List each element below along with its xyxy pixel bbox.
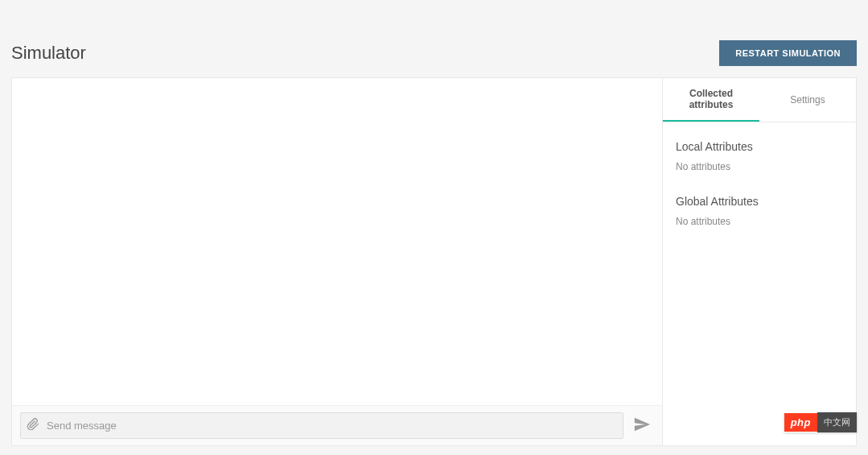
chat-input-wrap — [20, 412, 623, 439]
chat-input-row — [12, 405, 662, 445]
restart-simulation-button[interactable]: RESTART SIMULATION — [719, 40, 857, 66]
page-title: Simulator — [11, 43, 86, 64]
send-button[interactable] — [630, 412, 654, 439]
main-panel: Collected attributes Settings Local Attr… — [11, 77, 857, 446]
global-attributes-title: Global Attributes — [676, 195, 843, 208]
local-attributes-empty: No attributes — [676, 161, 843, 172]
header: Simulator RESTART SIMULATION — [11, 11, 857, 66]
badge-text-cn: 中文网 — [817, 412, 857, 432]
send-icon — [633, 416, 651, 436]
local-attributes-title: Local Attributes — [676, 140, 843, 153]
side-panel: Collected attributes Settings Local Attr… — [663, 78, 856, 445]
chat-messages — [12, 78, 662, 405]
simulator-container: Simulator RESTART SIMULATION — [0, 0, 868, 455]
tab-collected-attributes[interactable]: Collected attributes — [663, 78, 759, 122]
message-input[interactable] — [20, 412, 623, 439]
tab-settings[interactable]: Settings — [759, 78, 856, 122]
tab-content: Local Attributes No attributes Global At… — [663, 122, 856, 267]
global-attributes-empty: No attributes — [676, 216, 843, 227]
badge-logo: php — [784, 413, 817, 432]
php-badge: php 中文网 — [784, 412, 857, 432]
chat-area — [12, 78, 663, 445]
tabs: Collected attributes Settings — [663, 78, 856, 122]
